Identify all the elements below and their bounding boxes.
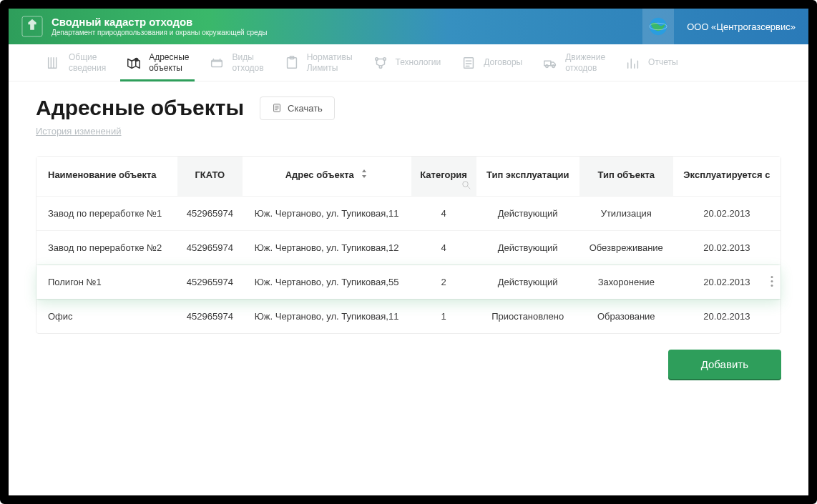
cell-gkato: 452965974 xyxy=(177,265,243,300)
objects-table-wrap: Наименование объекта ГКАТО Адрес объекта… xyxy=(36,156,781,334)
row-menu-icon[interactable] xyxy=(770,275,773,289)
nav-label: Технологии xyxy=(396,57,441,67)
nav-label: Виды отходов xyxy=(232,52,263,73)
svg-point-18 xyxy=(462,182,468,187)
nav-label: Общие сведения xyxy=(69,52,106,73)
search-icon[interactable] xyxy=(462,181,471,192)
col-category[interactable]: Категория xyxy=(411,157,476,197)
cell-address: Юж. Чертаново, ул. Тупиковая,12 xyxy=(243,231,411,265)
col-name[interactable]: Наименование объекта xyxy=(36,157,177,197)
table-row[interactable]: Полигон №1452965974Юж. Чертаново, ул. Ту… xyxy=(36,265,781,300)
col-address[interactable]: Адрес объекта xyxy=(243,157,411,197)
nav-label: Договоры xyxy=(484,57,522,67)
cell-category: 2 xyxy=(411,265,476,300)
cell-name: Полигон №1 xyxy=(36,265,177,300)
nav-label: Нормативы Лимиты xyxy=(307,52,353,73)
main-nav: Общие сведенияАдресные объектыВиды отход… xyxy=(9,44,808,81)
col-address-label: Адрес объекта xyxy=(285,169,354,180)
cell-operation: Действующий xyxy=(476,265,579,300)
add-button[interactable]: Добавить xyxy=(668,350,781,379)
globe-icon xyxy=(647,16,669,37)
cell-since: 20.02.2013 xyxy=(673,265,781,300)
svg-point-20 xyxy=(771,276,773,278)
nav-item-general[interactable]: Общие сведения xyxy=(36,44,116,81)
app-subtitle: Департамент природопользования и охраны … xyxy=(52,29,642,36)
cell-gkato: 452965974 xyxy=(177,197,243,231)
company-name[interactable]: ООО «Центрогазсервис» xyxy=(674,21,808,32)
download-icon xyxy=(272,103,282,113)
svg-point-9 xyxy=(379,65,382,68)
nav-item-contracts[interactable]: Договоры xyxy=(451,44,532,81)
col-category-label: Категория xyxy=(420,169,467,180)
cell-since: 20.02.2013 xyxy=(673,197,781,231)
cell-address: Юж. Чертаново, ул. Тупиковая,11 xyxy=(243,197,411,231)
col-since[interactable]: Эксплуатируется с xyxy=(673,157,781,197)
cell-since: 20.02.2013 xyxy=(673,300,781,334)
col-type[interactable]: Тип объекта xyxy=(579,157,673,197)
waste-icon xyxy=(209,55,225,71)
cell-gkato: 452965974 xyxy=(177,231,243,265)
svg-point-22 xyxy=(771,285,773,287)
general-icon xyxy=(46,55,62,71)
movement-icon xyxy=(542,55,558,71)
nav-item-waste[interactable]: Виды отходов xyxy=(199,44,273,81)
app-title: Сводный кадастр отходов xyxy=(52,16,642,29)
cell-name: Завод по переработке №2 xyxy=(36,231,177,265)
emblem-icon xyxy=(21,16,43,37)
cell-type: Утилизация xyxy=(579,197,673,231)
nav-label: Движение отходов xyxy=(565,52,605,73)
svg-point-21 xyxy=(771,280,773,282)
history-link[interactable]: История изменений xyxy=(36,126,122,137)
download-label: Скачать xyxy=(288,103,323,114)
cell-since: 20.02.2013 xyxy=(673,231,781,265)
svg-point-12 xyxy=(546,64,549,67)
cell-category: 4 xyxy=(411,197,476,231)
cell-gkato: 452965974 xyxy=(177,300,243,334)
table-row[interactable]: Завод по переработке №2452965974Юж. Черт… xyxy=(36,231,781,265)
cell-name: Завод по переработке №1 xyxy=(36,197,177,231)
page-title: Адресные объекты xyxy=(36,96,244,120)
app-header: Сводный кадастр отходов Департамент прир… xyxy=(9,9,808,44)
nav-item-address[interactable]: Адресные объекты xyxy=(116,44,199,81)
table-row[interactable]: Завод по переработке №1452965974Юж. Черт… xyxy=(36,197,781,231)
nav-item-reports[interactable]: Отчеты xyxy=(615,44,688,81)
cell-operation: Действующий xyxy=(476,231,579,265)
col-operation[interactable]: Тип эксплуатации xyxy=(476,157,579,197)
page-body: Адресные объекты Скачать История изменен… xyxy=(9,81,808,393)
nav-label: Отчеты xyxy=(648,57,677,67)
nav-item-movement[interactable]: Движение отходов xyxy=(532,44,615,81)
cell-type: Образование xyxy=(579,300,673,334)
cell-operation: Приостановлено xyxy=(476,300,579,334)
svg-point-13 xyxy=(552,64,555,67)
cell-type: Захоронение xyxy=(579,265,673,300)
cell-address: Юж. Чертаново, ул. Тупиковая,55 xyxy=(243,265,411,300)
company-icon-wrap[interactable] xyxy=(642,9,674,44)
cell-address: Юж. Чертаново, ул. Тупиковая,11 xyxy=(243,300,411,334)
cell-category: 1 xyxy=(411,300,476,334)
cell-name: Офис xyxy=(36,300,177,334)
reports-icon xyxy=(625,55,641,71)
nav-item-limits[interactable]: Нормативы Лимиты xyxy=(274,44,363,81)
cell-type: Обезвреживание xyxy=(579,231,673,265)
nav-label: Адресные объекты xyxy=(149,52,189,73)
col-gkato[interactable]: ГКАТО xyxy=(177,157,243,197)
tech-icon xyxy=(373,55,388,71)
limits-icon xyxy=(284,55,300,71)
cell-operation: Действующий xyxy=(476,197,579,231)
address-icon xyxy=(126,55,142,71)
contracts-icon xyxy=(461,55,476,71)
svg-line-19 xyxy=(467,187,470,189)
download-button[interactable]: Скачать xyxy=(260,97,335,120)
svg-point-3 xyxy=(134,57,139,61)
objects-table: Наименование объекта ГКАТО Адрес объекта… xyxy=(36,157,781,333)
cell-category: 4 xyxy=(411,231,476,265)
sort-icon xyxy=(361,169,368,180)
table-row[interactable]: Офис452965974Юж. Чертаново, ул. Тупикова… xyxy=(36,300,781,334)
nav-item-tech[interactable]: Технологии xyxy=(363,44,451,81)
